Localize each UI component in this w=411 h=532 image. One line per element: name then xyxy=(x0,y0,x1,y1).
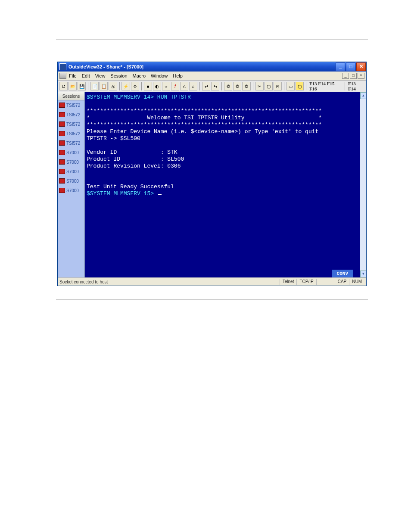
statusbar: Socket connected to host Telnet TCP/IP C… xyxy=(58,277,366,286)
tool-button-2[interactable]: ◐ xyxy=(153,82,161,90)
sessions-sidebar: Sessions TSI572 TSI572 TSI572 TSI572 TSI… xyxy=(58,92,85,277)
menu-session[interactable]: Session xyxy=(110,73,127,78)
minimize-button[interactable]: _ xyxy=(336,62,345,71)
tool-button-11[interactable]: ✂ xyxy=(255,82,264,90)
sidebar-tab[interactable]: Sessions xyxy=(58,92,84,100)
session-item[interactable]: TSI572 xyxy=(58,138,84,148)
session-label: TSI572 xyxy=(66,103,80,108)
terminal-line: Vendor ID : STK xyxy=(87,149,177,156)
terminal-status: CONV xyxy=(332,270,353,277)
mdi-document-icon[interactable] xyxy=(59,73,66,79)
status-caps: CAP xyxy=(335,279,349,285)
session-icon xyxy=(59,169,65,174)
cursor-icon xyxy=(158,194,162,195)
workspace: Sessions TSI572 TSI572 TSI572 TSI572 TSI… xyxy=(58,92,366,277)
scroll-down-icon[interactable]: ▾ xyxy=(360,271,366,277)
open-button[interactable]: 📂 xyxy=(68,82,77,90)
function-button[interactable]: f xyxy=(171,82,179,90)
tool-button-7[interactable]: ⇆ xyxy=(211,82,219,90)
terminal-line: $SYSTEM MLMMSERV 15> xyxy=(87,190,157,197)
window-title: OutsideView32 - Shane* - [S7000] xyxy=(68,64,143,69)
terminal-line: Test Unit Ready Successful xyxy=(87,184,174,190)
session-item[interactable]: S7000 xyxy=(58,186,84,195)
session-item[interactable]: TSI572 xyxy=(58,100,84,110)
vertical-scrollbar[interactable]: ▴ ▾ xyxy=(360,92,366,277)
menu-file[interactable]: File xyxy=(69,73,77,78)
session-label: TSI572 xyxy=(66,141,80,146)
scroll-up-icon[interactable]: ▴ xyxy=(360,92,366,99)
session-item[interactable]: S7000 xyxy=(58,157,84,167)
session-label: S7000 xyxy=(66,150,79,155)
tool-button-14[interactable]: ▭ xyxy=(286,82,295,90)
session-icon xyxy=(59,150,65,155)
terminal-line: TPTSTR -> $SL500 xyxy=(87,135,140,142)
session-item[interactable]: S7000 xyxy=(58,176,84,186)
session-label: S7000 xyxy=(66,160,79,165)
terminal-area: $SYSTEM MLMMSERV 14> RUN TPTSTR ********… xyxy=(85,92,366,277)
connect-button[interactable]: ⚡ xyxy=(121,82,130,90)
terminal-line: Product ID : SL500 xyxy=(87,156,184,162)
terminal-line: ****************************************… xyxy=(87,108,322,114)
tool-button-1[interactable]: ■ xyxy=(144,82,152,90)
tool-button-15[interactable]: ▢ xyxy=(296,82,304,90)
terminal-line: * Welcome to TSI TPTSTR Utility * xyxy=(87,115,322,121)
terminal-line: ****************************************… xyxy=(87,121,322,128)
status-transport: TCP/IP xyxy=(296,279,316,285)
session-label: TSI572 xyxy=(66,122,80,127)
close-button[interactable]: ✕ xyxy=(356,62,366,71)
session-label: S7000 xyxy=(66,169,79,174)
app-window: OutsideView32 - Shane* - [S7000] _ □ ✕ F… xyxy=(57,62,367,286)
menubar: File Edit View Session Macro Window Help… xyxy=(58,72,366,81)
fkey-group-left[interactable]: F13 F14 F15 F16 xyxy=(309,81,342,91)
menu-macro[interactable]: Macro xyxy=(133,73,146,78)
mdi-minimize-button[interactable]: _ xyxy=(342,73,349,79)
status-message: Socket connected to host xyxy=(59,280,108,284)
maximize-button[interactable]: □ xyxy=(346,62,355,71)
tool-button-8[interactable]: ❂ xyxy=(224,82,232,90)
titlebar: OutsideView32 - Shane* - [S7000] _ □ ✕ xyxy=(58,62,366,72)
session-icon xyxy=(59,159,65,165)
terminal-line: Product Revision Level: 0306 xyxy=(87,163,181,169)
copy-button[interactable]: 📄 xyxy=(90,82,99,90)
tool-button-10[interactable]: ❂ xyxy=(242,82,250,90)
paste-button[interactable]: 📋 xyxy=(100,82,108,90)
session-label: TSI572 xyxy=(66,131,80,136)
session-item[interactable]: S7000 xyxy=(58,148,84,157)
session-item[interactable]: S7000 xyxy=(58,167,84,176)
save-button[interactable]: 💾 xyxy=(78,82,86,90)
tool-button-3[interactable]: ☼ xyxy=(162,82,170,90)
session-icon xyxy=(59,140,65,146)
page-rule xyxy=(56,40,368,40)
session-label: S7000 xyxy=(66,179,79,184)
menu-help[interactable]: Help xyxy=(173,73,183,78)
session-item[interactable]: TSI572 xyxy=(58,129,84,138)
status-num: NUM xyxy=(349,279,364,285)
toolbar: 🗋 📂 💾 📄 📋 🖨 ⚡ ⚙ ■ ◐ ☼ f ⎌ ⌂ ⇄ ⇆ ❂ ❂ ❂ xyxy=(58,81,366,92)
session-icon xyxy=(59,112,65,117)
session-icon xyxy=(59,103,65,108)
tool-button-4[interactable]: ⎌ xyxy=(180,82,188,90)
terminal[interactable]: $SYSTEM MLMMSERV 14> RUN TPTSTR ********… xyxy=(85,92,360,277)
tool-button-5[interactable]: ⌂ xyxy=(189,82,197,90)
tool-button-6[interactable]: ⇄ xyxy=(202,82,210,90)
mdi-close-button[interactable]: × xyxy=(358,73,364,79)
session-icon xyxy=(59,131,65,136)
mdi-controls: _ □ × xyxy=(341,73,364,79)
session-icon xyxy=(59,188,65,193)
session-item[interactable]: TSI572 xyxy=(58,119,84,129)
terminal-line: $SYSTEM MLMMSERV 14> RUN TPTSTR xyxy=(87,94,191,100)
menu-window[interactable]: Window xyxy=(151,73,168,78)
session-label: S7000 xyxy=(66,188,79,193)
fkey-group-right[interactable]: F13 F14 xyxy=(348,81,364,91)
mdi-restore-button[interactable]: □ xyxy=(350,73,357,79)
tool-button-12[interactable]: ▢ xyxy=(265,82,273,90)
session-item[interactable]: TSI572 xyxy=(58,110,84,119)
status-protocol: Telnet xyxy=(280,279,297,285)
print-button[interactable]: 🖨 xyxy=(109,82,117,90)
tool-button-9[interactable]: ❂ xyxy=(233,82,241,90)
menu-edit[interactable]: Edit xyxy=(82,73,90,78)
new-button[interactable]: 🗋 xyxy=(59,82,68,90)
tool-button-13[interactable]: ⎘ xyxy=(274,82,282,90)
menu-view[interactable]: View xyxy=(95,73,106,78)
settings-button[interactable]: ⚙ xyxy=(131,82,139,90)
